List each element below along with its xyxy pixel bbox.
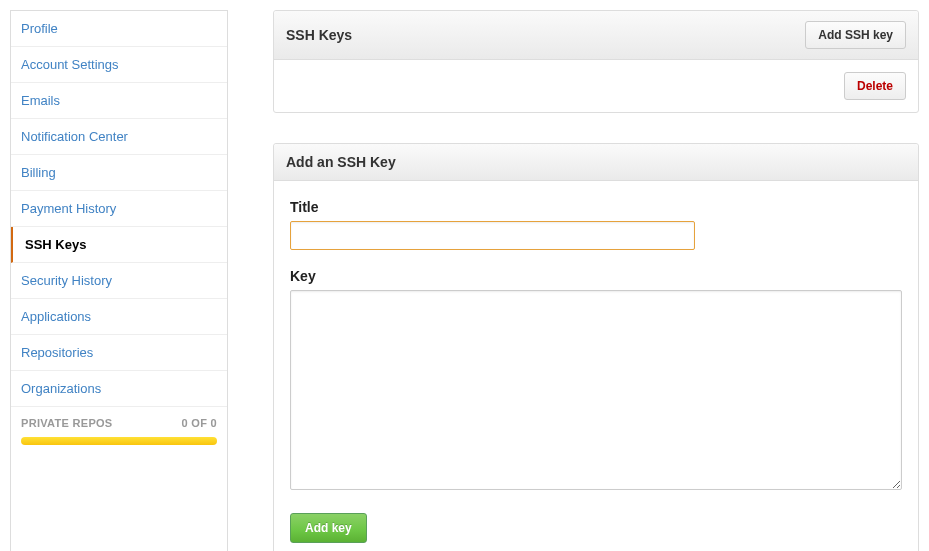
title-input[interactable] bbox=[290, 221, 695, 250]
sidebar-item-organizations[interactable]: Organizations bbox=[11, 371, 227, 406]
add-ssh-key-title: Add an SSH Key bbox=[286, 154, 396, 170]
private-repos-section: PRIVATE REPOS 0 OF 0 bbox=[11, 406, 227, 457]
ssh-keys-panel-header: SSH Keys Add SSH key bbox=[274, 11, 918, 60]
ssh-keys-list: Delete bbox=[274, 60, 918, 112]
sidebar-item-security-history[interactable]: Security History bbox=[11, 263, 227, 299]
sidebar-item-profile[interactable]: Profile bbox=[11, 11, 227, 47]
key-textarea[interactable] bbox=[290, 290, 902, 490]
sidebar-item-billing[interactable]: Billing bbox=[11, 155, 227, 191]
private-repos-count: 0 OF 0 bbox=[182, 417, 217, 429]
main-content: SSH Keys Add SSH key Delete Add an SSH K… bbox=[273, 10, 919, 551]
delete-button[interactable]: Delete bbox=[844, 72, 906, 100]
title-label: Title bbox=[290, 199, 902, 215]
add-ssh-key-panel: Add an SSH Key Title Key Add key bbox=[273, 143, 919, 551]
add-key-submit-button[interactable]: Add key bbox=[290, 513, 367, 543]
sidebar-item-payment-history[interactable]: Payment History bbox=[11, 191, 227, 227]
sidebar-item-account-settings[interactable]: Account Settings bbox=[11, 47, 227, 83]
ssh-keys-title: SSH Keys bbox=[286, 27, 352, 43]
private-repos-bar bbox=[21, 437, 217, 445]
settings-sidebar: Profile Account Settings Emails Notifica… bbox=[10, 10, 228, 551]
key-label: Key bbox=[290, 268, 902, 284]
add-ssh-key-button[interactable]: Add SSH key bbox=[805, 21, 906, 49]
add-ssh-key-panel-header: Add an SSH Key bbox=[274, 144, 918, 181]
add-ssh-key-form: Title Key Add key bbox=[274, 181, 918, 551]
sidebar-item-repositories[interactable]: Repositories bbox=[11, 335, 227, 371]
sidebar-item-ssh-keys[interactable]: SSH Keys bbox=[11, 227, 227, 263]
ssh-keys-panel: SSH Keys Add SSH key Delete bbox=[273, 10, 919, 113]
sidebar-item-applications[interactable]: Applications bbox=[11, 299, 227, 335]
sidebar-item-notification-center[interactable]: Notification Center bbox=[11, 119, 227, 155]
sidebar-item-emails[interactable]: Emails bbox=[11, 83, 227, 119]
private-repos-label: PRIVATE REPOS bbox=[21, 417, 113, 429]
